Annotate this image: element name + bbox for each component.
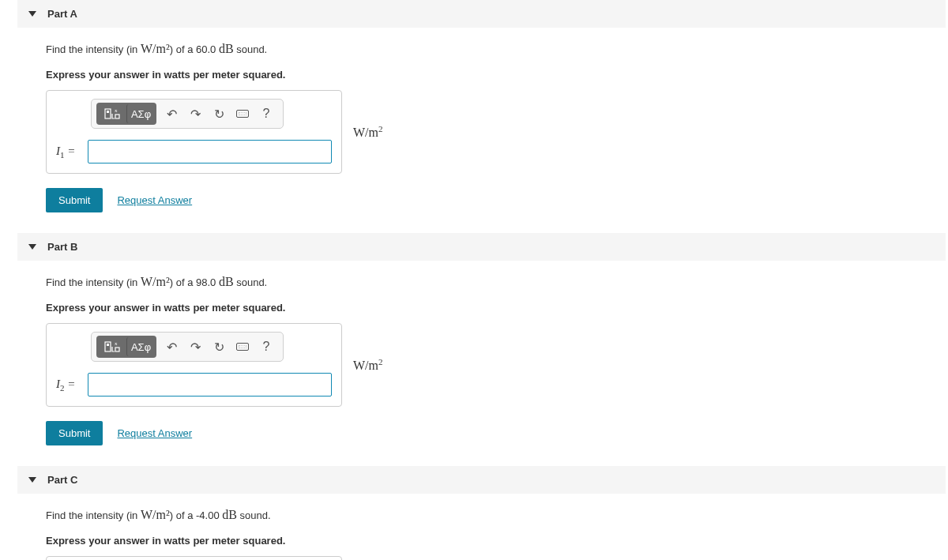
part-c-body: Find the intensity (in W/m²) of a -4.00 … bbox=[17, 494, 946, 560]
answer-input[interactable] bbox=[88, 140, 332, 163]
templates-button[interactable]: x bbox=[98, 337, 126, 356]
submit-button[interactable]: Submit bbox=[46, 421, 103, 445]
help-button[interactable]: ? bbox=[254, 337, 278, 356]
part-a-section: Part A Find the intensity (in W/m²) of a… bbox=[17, 0, 946, 228]
part-b-answer-box: x ΑΣφ ↶ ↷ ↻ ? I2 = bbox=[46, 323, 342, 407]
answer-input[interactable] bbox=[88, 373, 332, 397]
part-b-section: Part B Find the intensity (in W/m²) of a… bbox=[17, 233, 946, 461]
part-a-instruction: Express your answer in watts per meter s… bbox=[46, 69, 917, 81]
part-a-prompt: Find the intensity (in W/m²) of a 60.0 d… bbox=[46, 42, 917, 56]
equation-toolbar: x ΑΣφ ↶ ↷ ↻ ? bbox=[91, 99, 284, 129]
collapse-triangle-icon bbox=[28, 11, 36, 17]
keyboard-icon bbox=[236, 343, 249, 351]
part-a-header[interactable]: Part A bbox=[17, 0, 946, 28]
part-c-header[interactable]: Part C bbox=[17, 466, 946, 494]
keyboard-button[interactable] bbox=[231, 337, 254, 356]
part-b-header[interactable]: Part B bbox=[17, 233, 946, 261]
redo-button[interactable]: ↷ bbox=[183, 337, 207, 356]
variable-label: I2 = bbox=[56, 378, 88, 393]
greek-letters-button[interactable]: ΑΣφ bbox=[126, 337, 155, 356]
help-button[interactable]: ? bbox=[254, 104, 278, 123]
request-answer-link[interactable]: Request Answer bbox=[117, 427, 192, 439]
keyboard-button[interactable] bbox=[231, 104, 254, 123]
svg-rect-3 bbox=[115, 115, 119, 118]
unit-label: W/m2 bbox=[353, 124, 383, 140]
keyboard-icon bbox=[236, 110, 249, 118]
greek-letters-button[interactable]: ΑΣφ bbox=[126, 104, 155, 123]
svg-rect-4 bbox=[105, 342, 111, 351]
part-a-body: Find the intensity (in W/m²) of a 60.0 d… bbox=[17, 28, 946, 228]
part-c-section: Part C Find the intensity (in W/m²) of a… bbox=[17, 466, 946, 560]
unit-label: W/m2 bbox=[353, 357, 383, 373]
part-a-title: Part A bbox=[47, 8, 77, 20]
part-a-answer-box: x ΑΣφ ↶ ↷ ↻ ? I1 = bbox=[46, 90, 342, 174]
part-c-instruction: Express your answer in watts per meter s… bbox=[46, 535, 917, 547]
part-c-answer-box: x ΑΣφ ↶ ↷ ↻ ? I3 = bbox=[46, 556, 342, 560]
part-b-prompt: Find the intensity (in W/m²) of a 98.0 d… bbox=[46, 275, 917, 289]
collapse-triangle-icon bbox=[28, 477, 36, 483]
part-b-instruction: Express your answer in watts per meter s… bbox=[46, 302, 917, 314]
svg-text:x: x bbox=[115, 341, 118, 347]
svg-rect-7 bbox=[115, 348, 119, 351]
svg-rect-0 bbox=[105, 109, 111, 118]
redo-button[interactable]: ↷ bbox=[183, 104, 207, 123]
template-tool-group: x ΑΣφ bbox=[96, 103, 156, 125]
collapse-triangle-icon bbox=[28, 244, 36, 250]
svg-rect-1 bbox=[107, 111, 109, 113]
template-tool-group: x ΑΣφ bbox=[96, 336, 156, 358]
undo-button[interactable]: ↶ bbox=[160, 104, 183, 123]
equation-toolbar: x ΑΣφ ↶ ↷ ↻ ? bbox=[91, 332, 284, 362]
svg-text:x: x bbox=[115, 108, 118, 114]
part-c-title: Part C bbox=[47, 474, 77, 486]
variable-label: I1 = bbox=[56, 145, 88, 160]
reset-button[interactable]: ↻ bbox=[207, 104, 231, 123]
part-b-body: Find the intensity (in W/m²) of a 98.0 d… bbox=[17, 261, 946, 461]
submit-button[interactable]: Submit bbox=[46, 188, 103, 212]
svg-rect-5 bbox=[107, 344, 109, 346]
part-b-title: Part B bbox=[47, 241, 77, 253]
reset-button[interactable]: ↻ bbox=[207, 337, 231, 356]
request-answer-link[interactable]: Request Answer bbox=[117, 194, 192, 206]
undo-button[interactable]: ↶ bbox=[160, 337, 183, 356]
part-c-prompt: Find the intensity (in W/m²) of a -4.00 … bbox=[46, 508, 917, 522]
templates-button[interactable]: x bbox=[98, 104, 126, 123]
